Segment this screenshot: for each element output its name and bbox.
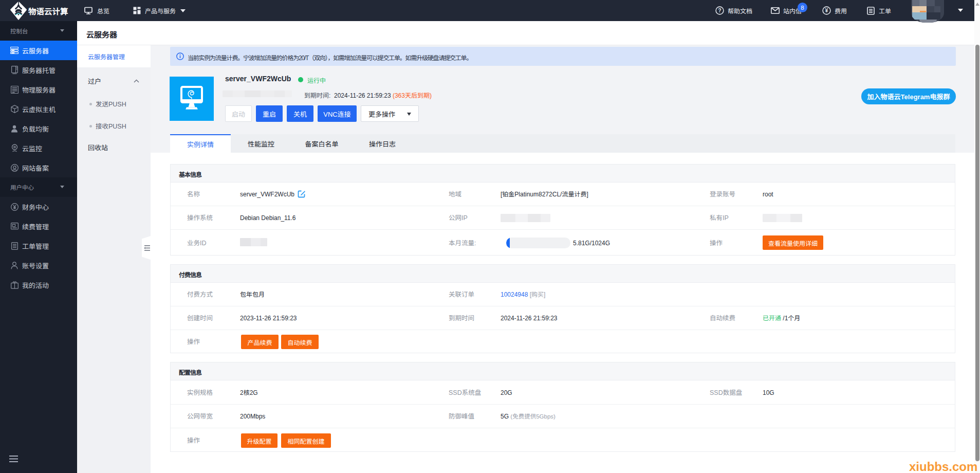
svg-text:?: ? [718, 7, 721, 13]
svg-text:¥: ¥ [825, 7, 828, 13]
